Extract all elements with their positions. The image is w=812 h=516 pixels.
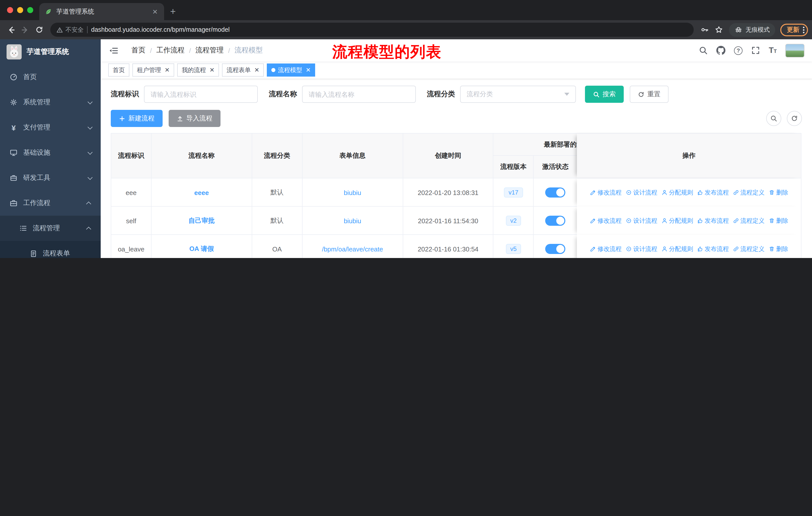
action-definition[interactable]: 流程定义 (733, 216, 764, 225)
action-design[interactable]: 设计流程 (626, 188, 657, 197)
sidebar-item-label: 首页 (23, 73, 37, 82)
password-key-icon[interactable] (698, 23, 712, 37)
active-toggle[interactable] (546, 216, 566, 226)
col-header-actions: 操作 (577, 134, 801, 178)
hamburger-icon[interactable] (108, 45, 118, 55)
browser-menu-icon[interactable] (803, 26, 805, 33)
sidebar-item-process-management[interactable]: 流程管理 (0, 216, 101, 241)
sidebar-item-system[interactable]: 系统管理 (0, 90, 101, 115)
tag-close-icon[interactable]: ✕ (209, 66, 214, 74)
fullscreen-icon[interactable] (751, 46, 760, 55)
chevron-down-icon (88, 99, 93, 104)
action-edit[interactable]: 修改流程 (590, 245, 621, 253)
github-icon[interactable] (716, 46, 725, 55)
create-process-button[interactable]: 新建流程 (111, 110, 163, 127)
action-edit[interactable]: 修改流程 (590, 216, 621, 225)
action-definition[interactable]: 流程定义 (733, 245, 764, 253)
sidebar-item-home[interactable]: 首页 (0, 64, 101, 90)
reload-icon[interactable] (32, 23, 46, 37)
breadcrumb-process-management[interactable]: 流程管理 (196, 46, 224, 55)
refresh-table-button[interactable] (787, 111, 802, 126)
search-button[interactable]: 搜索 (585, 86, 624, 103)
action-delete[interactable]: 删除 (768, 188, 788, 197)
col-header-active-state: 激活状态 (534, 156, 577, 178)
action-design[interactable]: 设计流程 (626, 245, 657, 253)
new-tab-button[interactable]: + (170, 6, 176, 16)
action-delete[interactable]: 删除 (768, 245, 788, 253)
tag-my-process[interactable]: 我的流程 ✕ (177, 63, 219, 77)
close-window-button[interactable] (7, 7, 13, 13)
process-id-input[interactable] (144, 86, 258, 103)
action-assign[interactable]: 分配规则 (661, 216, 693, 225)
version-badge[interactable]: v17 (504, 187, 523, 197)
sidebar-item-label: 基础设施 (23, 148, 50, 157)
breadcrumb-home[interactable]: 首页 (132, 46, 145, 55)
tag-process-model[interactable]: 流程模型 ✕ (267, 63, 315, 77)
sidebar-item-workflow[interactable]: 工作流程 (0, 190, 101, 216)
process-name-link[interactable]: 自己审批 (188, 216, 215, 225)
browser-tab[interactable]: 芋道管理系统 ✕ (39, 3, 164, 20)
url-bar[interactable]: 不安全 dashboard.yudao.iocoder.cn/bpm/manag… (50, 23, 694, 37)
active-toggle[interactable] (546, 187, 566, 197)
version-badge[interactable]: v2 (506, 216, 521, 226)
form-info-link[interactable]: /bpm/oa/leave/create (322, 245, 383, 253)
form-info-link[interactable]: biubiu (344, 189, 361, 196)
back-icon[interactable] (4, 23, 18, 37)
tag-close-icon[interactable]: ✕ (165, 66, 170, 74)
breadcrumb-current: 流程模型 (235, 46, 263, 55)
url-text: dashboard.yudao.iocoder.cn/bpm/manager/m… (91, 26, 230, 33)
zoom-window-button[interactable] (27, 7, 33, 13)
version-badge[interactable]: v5 (506, 244, 521, 254)
col-header-name: 流程名称 (151, 134, 252, 178)
table-row: oa_leave OA 请假 OA /bpm/oa/leave/create 2… (111, 234, 801, 258)
tag-tenant[interactable]: 租户管理 ✕ (133, 63, 174, 77)
action-assign[interactable]: 分配规则 (661, 245, 693, 253)
tab-close-icon[interactable]: ✕ (151, 7, 159, 16)
action-edit[interactable]: 修改流程 (590, 188, 621, 197)
minimize-window-button[interactable] (17, 7, 23, 13)
user-avatar[interactable] (785, 44, 805, 57)
breadcrumb-workflow[interactable]: 工作流程 (156, 46, 184, 55)
tag-close-icon[interactable]: ✕ (306, 66, 311, 74)
security-warning[interactable]: 不安全 (56, 25, 84, 34)
tag-home[interactable]: 首页 (108, 63, 129, 77)
search-icon[interactable] (699, 46, 708, 55)
chevron-down-icon (564, 93, 569, 96)
process-name-link[interactable]: eeee (194, 189, 209, 196)
form-info-link[interactable]: biubiu (344, 217, 361, 224)
cell-process-id: eee (111, 179, 151, 207)
import-process-button[interactable]: 导入流程 (169, 110, 221, 127)
sidebar-item-devtools[interactable]: 研发工具 (0, 165, 101, 190)
action-design[interactable]: 设计流程 (626, 216, 657, 225)
sidebar-item-process-form[interactable]: 流程表单 (0, 241, 101, 258)
help-icon[interactable]: ? (734, 46, 743, 55)
cell-form-info: /bpm/oa/leave/create (302, 235, 403, 258)
process-name-link[interactable]: OA 请假 (189, 244, 214, 253)
active-toggle[interactable] (546, 244, 566, 254)
sidebar-item-infrastructure[interactable]: 基础设施 (0, 140, 101, 165)
action-publish[interactable]: 发布流程 (697, 188, 729, 197)
sidebar-item-payment[interactable]: ¥ 支付管理 (0, 115, 101, 140)
reset-button[interactable]: 重置 (630, 86, 669, 103)
tag-process-form[interactable]: 流程表单 ✕ (222, 63, 264, 77)
process-category-select[interactable]: 流程分类 (460, 86, 576, 103)
action-definition[interactable]: 流程定义 (733, 188, 764, 197)
process-name-input[interactable] (302, 86, 416, 103)
cell-created-time: 2022-01-20 13:08:31 (403, 179, 494, 207)
tag-close-icon[interactable]: ✕ (254, 66, 259, 74)
active-tag-dot (271, 68, 276, 72)
browser-tabstrip: 芋道管理系统 ✕ + (0, 0, 812, 20)
action-assign[interactable]: 分配规则 (661, 188, 693, 197)
forward-icon[interactable] (18, 23, 32, 37)
toggle-search-button[interactable] (766, 111, 781, 126)
font-size-icon[interactable]: TT (769, 46, 777, 54)
update-label[interactable]: 更新 (787, 25, 800, 34)
action-delete[interactable]: 删除 (768, 216, 788, 225)
action-publish[interactable]: 发布流程 (697, 245, 729, 253)
bookmark-star-icon[interactable] (712, 23, 726, 37)
update-chip[interactable]: 更新 (780, 23, 808, 36)
cell-category: OA (252, 235, 302, 258)
upload-icon (177, 115, 183, 122)
action-publish[interactable]: 发布流程 (697, 216, 729, 225)
search-icon (770, 115, 777, 122)
